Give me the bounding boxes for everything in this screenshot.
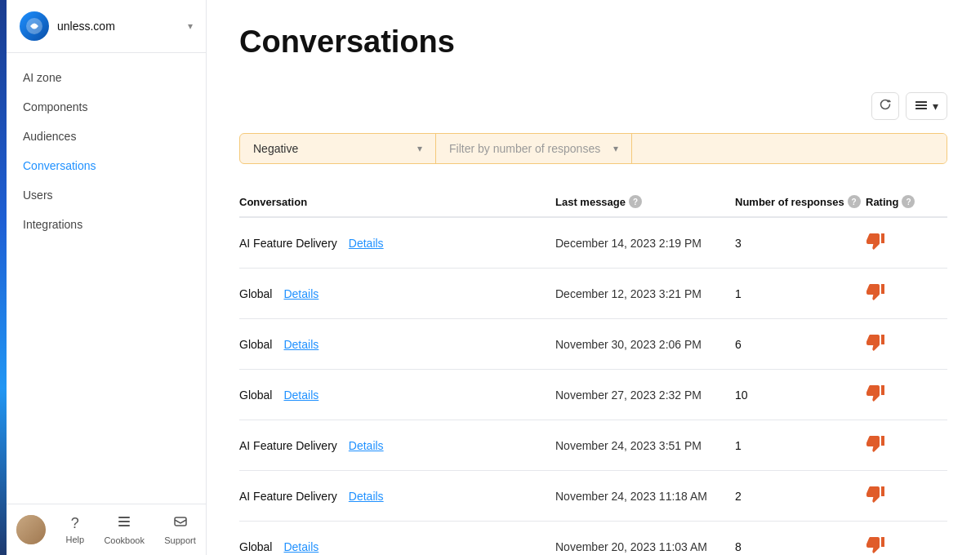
sentiment-filter[interactable]: Negative ▾: [240, 134, 436, 163]
sidebar-footer: ? Help Cookbook Support: [7, 504, 206, 555]
details-link[interactable]: Details: [349, 439, 384, 452]
footer-help[interactable]: ? Help: [65, 515, 84, 544]
cell-conversation: AI Feature Delivery Details: [239, 490, 555, 503]
conversation-name: AI Feature Delivery: [239, 439, 337, 452]
table-row: Global Details December 12, 2023 3:21 PM…: [239, 269, 947, 319]
workspace-name: unless.com: [57, 20, 180, 33]
table-row: AI Feature Delivery Details December 14,…: [239, 218, 947, 269]
cell-rating: [866, 383, 947, 406]
refresh-button[interactable]: [871, 92, 899, 120]
cell-rating: [866, 484, 947, 508]
main-inner: Conversations ▾: [207, 0, 980, 555]
workspace-chevron-icon[interactable]: ▾: [188, 20, 193, 32]
cell-conversation: AI Feature Delivery Details: [239, 237, 555, 250]
table-row: AI Feature Delivery Details November 24,…: [239, 471, 947, 522]
cell-conversation: Global Details: [239, 338, 555, 351]
view-chevron-icon: ▾: [933, 100, 938, 113]
svg-rect-5: [915, 101, 927, 103]
toolbar: ▾: [239, 92, 947, 120]
conversation-name: AI Feature Delivery: [239, 237, 337, 250]
conversation-name: Global: [239, 388, 272, 402]
thumbs-down-icon: [866, 539, 885, 555]
app-logo: [20, 11, 49, 41]
avatar: [16, 515, 46, 544]
cell-conversation: Global Details: [239, 540, 555, 553]
num-responses-help-icon[interactable]: ?: [848, 195, 861, 208]
rating-help-icon[interactable]: ?: [902, 195, 915, 208]
thumbs-down-icon: [866, 388, 885, 406]
footer-support[interactable]: Support: [164, 514, 196, 545]
view-toggle-button[interactable]: ▾: [906, 92, 947, 120]
svg-rect-6: [915, 104, 927, 106]
cell-last-message: December 12, 2023 3:21 PM: [555, 287, 735, 300]
details-link[interactable]: Details: [349, 237, 384, 250]
table-row: Global Details November 30, 2023 2:06 PM…: [239, 319, 947, 370]
responses-chevron-icon: ▾: [613, 143, 618, 154]
sidebar-item-conversations[interactable]: Conversations: [7, 151, 206, 180]
cookbook-icon: [117, 514, 131, 533]
cell-num-responses: 2: [735, 490, 866, 503]
conversations-table: Conversation Last message ? Number of re…: [239, 187, 947, 555]
col-header-rating: Rating ?: [866, 195, 947, 208]
responses-filter-placeholder: Filter by number of responses: [449, 142, 600, 155]
thumbs-down-icon: [866, 337, 885, 355]
sidebar-item-users[interactable]: Users: [7, 180, 206, 210]
footer-help-label: Help: [65, 535, 84, 544]
sidebar-item-audiences[interactable]: Audiences: [7, 122, 206, 151]
table-row: Global Details November 27, 2023 2:32 PM…: [239, 370, 947, 420]
cell-conversation: Global Details: [239, 287, 555, 300]
footer-avatar[interactable]: [16, 515, 46, 544]
cell-num-responses: 3: [735, 237, 866, 250]
conversation-name: Global: [239, 540, 272, 553]
cell-conversation: Global Details: [239, 388, 555, 402]
footer-cookbook[interactable]: Cookbook: [104, 514, 145, 545]
svg-rect-1: [118, 517, 130, 518]
page-title: Conversations: [239, 24, 947, 60]
cell-rating: [866, 535, 947, 555]
thumbs-down-icon: [866, 286, 885, 304]
cell-last-message: November 27, 2023 2:32 PM: [555, 388, 735, 402]
col-header-last-message: Last message ?: [555, 195, 735, 208]
sidebar-nav: AI zone Components Audiences Conversatio…: [7, 53, 206, 504]
last-message-help-icon[interactable]: ?: [629, 195, 642, 208]
cell-num-responses: 6: [735, 338, 866, 351]
list-view-icon: [915, 99, 928, 114]
details-link[interactable]: Details: [283, 287, 318, 300]
sidebar-item-ai-zone[interactable]: AI zone: [7, 63, 206, 92]
sidebar-item-integrations[interactable]: Integrations: [7, 210, 206, 239]
details-link[interactable]: Details: [283, 338, 318, 351]
sidebar: unless.com ▾ AI zone Components Audience…: [7, 0, 207, 555]
cell-last-message: November 24, 2023 3:51 PM: [555, 439, 735, 452]
table-row: Global Details November 20, 2023 11:03 A…: [239, 522, 947, 555]
cell-last-message: November 30, 2023 2:06 PM: [555, 338, 735, 351]
filter-spacer: [632, 134, 947, 163]
sentiment-filter-value: Negative: [253, 142, 298, 155]
cell-rating: [866, 231, 947, 255]
table-row: AI Feature Delivery Details November 24,…: [239, 420, 947, 471]
col-header-conversation: Conversation: [239, 195, 555, 208]
sidebar-header: unless.com ▾: [7, 0, 206, 53]
details-link[interactable]: Details: [283, 540, 318, 553]
responses-filter[interactable]: Filter by number of responses ▾: [436, 134, 632, 163]
conversation-name: AI Feature Delivery: [239, 490, 337, 503]
conversation-name: Global: [239, 338, 272, 351]
thumbs-down-icon: [866, 438, 885, 456]
col-num-responses-label: Number of responses: [735, 196, 844, 208]
support-icon: [173, 514, 188, 533]
cell-rating: [866, 332, 947, 356]
svg-rect-2: [118, 521, 130, 522]
sentiment-chevron-icon: ▾: [417, 143, 422, 154]
cell-last-message: November 24, 2023 11:18 AM: [555, 490, 735, 503]
sidebar-item-components[interactable]: Components: [7, 92, 206, 122]
col-conversation-label: Conversation: [239, 196, 307, 208]
details-link[interactable]: Details: [283, 388, 318, 402]
details-link[interactable]: Details: [349, 490, 384, 503]
footer-support-label: Support: [164, 535, 196, 545]
col-header-num-responses: Number of responses ?: [735, 195, 866, 208]
thumbs-down-icon: [866, 489, 885, 507]
filter-bar: Negative ▾ Filter by number of responses…: [239, 133, 947, 164]
refresh-icon: [879, 98, 892, 114]
cell-num-responses: 8: [735, 540, 866, 553]
table-header: Conversation Last message ? Number of re…: [239, 187, 947, 218]
cell-num-responses: 1: [735, 287, 866, 300]
